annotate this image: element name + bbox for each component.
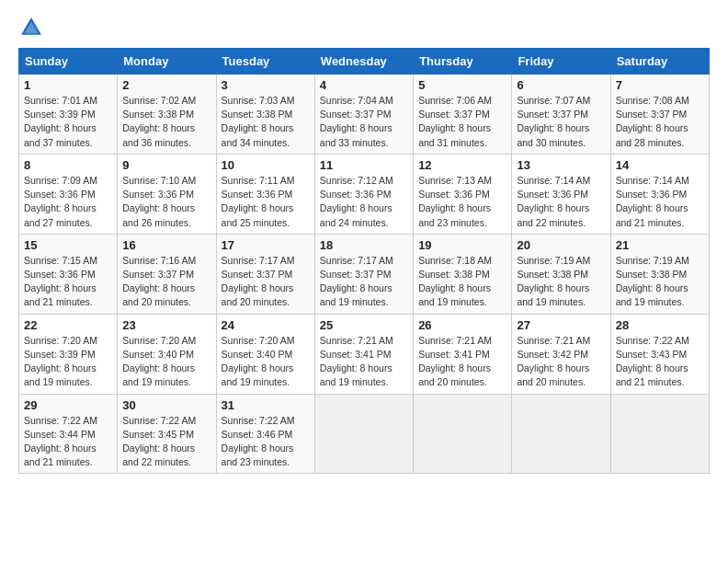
logo: [18, 15, 48, 40]
day-detail: Sunrise: 7:18 AMSunset: 3:38 PMDaylight:…: [418, 254, 506, 310]
day-cell-9: 9Sunrise: 7:10 AMSunset: 3:36 PMDaylight…: [118, 154, 216, 234]
day-detail: Sunrise: 7:20 AMSunset: 3:39 PMDaylight:…: [24, 334, 112, 390]
day-cell-26: 26Sunrise: 7:21 AMSunset: 3:41 PMDayligh…: [414, 314, 512, 394]
day-detail: Sunrise: 7:22 AMSunset: 3:44 PMDaylight:…: [24, 414, 112, 470]
day-detail: Sunrise: 7:01 AMSunset: 3:39 PMDaylight:…: [24, 94, 112, 150]
day-detail: Sunrise: 7:22 AMSunset: 3:45 PMDaylight:…: [122, 414, 210, 470]
day-detail: Sunrise: 7:12 AMSunset: 3:36 PMDaylight:…: [320, 174, 408, 230]
empty-cell: [610, 394, 709, 474]
day-number: 16: [122, 238, 210, 252]
day-number: 6: [517, 78, 605, 92]
day-number: 7: [616, 78, 704, 92]
day-number: 13: [517, 158, 605, 172]
day-number: 10: [222, 158, 310, 172]
day-cell-1: 1Sunrise: 7:01 AMSunset: 3:39 PMDaylight…: [19, 75, 118, 155]
day-detail: Sunrise: 7:11 AMSunset: 3:36 PMDaylight:…: [222, 174, 310, 230]
day-cell-22: 22Sunrise: 7:20 AMSunset: 3:39 PMDayligh…: [19, 314, 118, 394]
day-cell-4: 4Sunrise: 7:04 AMSunset: 3:37 PMDaylight…: [314, 75, 413, 155]
day-number: 1: [24, 78, 112, 92]
day-cell-11: 11Sunrise: 7:12 AMSunset: 3:36 PMDayligh…: [314, 154, 413, 234]
day-cell-24: 24Sunrise: 7:20 AMSunset: 3:40 PMDayligh…: [216, 314, 314, 394]
calendar-table: SundayMondayTuesdayWednesdayThursdayFrid…: [18, 48, 710, 474]
day-cell-21: 21Sunrise: 7:19 AMSunset: 3:38 PMDayligh…: [610, 234, 709, 314]
empty-cell: [512, 394, 610, 474]
empty-cell: [314, 394, 413, 474]
day-number: 5: [418, 78, 506, 92]
day-cell-5: 5Sunrise: 7:06 AMSunset: 3:37 PMDaylight…: [414, 75, 512, 155]
day-detail: Sunrise: 7:10 AMSunset: 3:36 PMDaylight:…: [122, 174, 210, 230]
day-detail: Sunrise: 7:16 AMSunset: 3:37 PMDaylight:…: [122, 254, 210, 310]
day-detail: Sunrise: 7:17 AMSunset: 3:37 PMDaylight:…: [320, 254, 408, 310]
day-cell-6: 6Sunrise: 7:07 AMSunset: 3:37 PMDaylight…: [512, 75, 610, 155]
day-detail: Sunrise: 7:19 AMSunset: 3:38 PMDaylight:…: [517, 254, 605, 310]
day-number: 2: [122, 78, 210, 92]
calendar-week-2: 8Sunrise: 7:09 AMSunset: 3:36 PMDaylight…: [19, 154, 710, 234]
day-cell-18: 18Sunrise: 7:17 AMSunset: 3:37 PMDayligh…: [314, 234, 413, 314]
day-cell-3: 3Sunrise: 7:03 AMSunset: 3:38 PMDaylight…: [216, 75, 314, 155]
day-number: 31: [222, 398, 310, 412]
day-number: 24: [222, 318, 310, 332]
day-number: 4: [320, 78, 408, 92]
day-detail: Sunrise: 7:21 AMSunset: 3:41 PMDaylight:…: [320, 334, 408, 390]
day-cell-13: 13Sunrise: 7:14 AMSunset: 3:36 PMDayligh…: [512, 154, 610, 234]
day-cell-14: 14Sunrise: 7:14 AMSunset: 3:36 PMDayligh…: [610, 154, 709, 234]
day-cell-17: 17Sunrise: 7:17 AMSunset: 3:37 PMDayligh…: [216, 234, 314, 314]
day-number: 26: [418, 318, 506, 332]
day-detail: Sunrise: 7:06 AMSunset: 3:37 PMDaylight:…: [418, 94, 506, 150]
day-number: 9: [122, 158, 210, 172]
day-header-wednesday: Wednesday: [314, 49, 413, 75]
calendar-week-1: 1Sunrise: 7:01 AMSunset: 3:39 PMDaylight…: [19, 75, 710, 155]
day-detail: Sunrise: 7:21 AMSunset: 3:41 PMDaylight:…: [418, 334, 506, 390]
header: [18, 15, 710, 40]
day-number: 20: [517, 238, 605, 252]
day-cell-25: 25Sunrise: 7:21 AMSunset: 3:41 PMDayligh…: [314, 314, 413, 394]
day-number: 17: [222, 238, 310, 252]
day-number: 8: [24, 158, 112, 172]
day-cell-8: 8Sunrise: 7:09 AMSunset: 3:36 PMDaylight…: [19, 154, 118, 234]
day-header-friday: Friday: [512, 49, 610, 75]
day-number: 28: [616, 318, 704, 332]
day-detail: Sunrise: 7:07 AMSunset: 3:37 PMDaylight:…: [517, 94, 605, 150]
day-number: 30: [122, 398, 210, 412]
day-detail: Sunrise: 7:20 AMSunset: 3:40 PMDaylight:…: [122, 334, 210, 390]
day-header-tuesday: Tuesday: [216, 49, 314, 75]
day-number: 11: [320, 158, 408, 172]
day-detail: Sunrise: 7:17 AMSunset: 3:37 PMDaylight:…: [222, 254, 310, 310]
day-cell-15: 15Sunrise: 7:15 AMSunset: 3:36 PMDayligh…: [19, 234, 118, 314]
day-detail: Sunrise: 7:14 AMSunset: 3:36 PMDaylight:…: [517, 174, 605, 230]
day-number: 18: [320, 238, 408, 252]
empty-cell: [414, 394, 512, 474]
calendar-week-3: 15Sunrise: 7:15 AMSunset: 3:36 PMDayligh…: [19, 234, 710, 314]
day-number: 22: [24, 318, 112, 332]
day-detail: Sunrise: 7:19 AMSunset: 3:38 PMDaylight:…: [616, 254, 704, 310]
day-cell-7: 7Sunrise: 7:08 AMSunset: 3:37 PMDaylight…: [610, 75, 709, 155]
day-cell-28: 28Sunrise: 7:22 AMSunset: 3:43 PMDayligh…: [610, 314, 709, 394]
day-number: 3: [222, 78, 310, 92]
day-number: 14: [616, 158, 704, 172]
day-detail: Sunrise: 7:02 AMSunset: 3:38 PMDaylight:…: [122, 94, 210, 150]
day-cell-20: 20Sunrise: 7:19 AMSunset: 3:38 PMDayligh…: [512, 234, 610, 314]
day-header-thursday: Thursday: [414, 49, 512, 75]
day-number: 15: [24, 238, 112, 252]
day-number: 25: [320, 318, 408, 332]
day-cell-30: 30Sunrise: 7:22 AMSunset: 3:45 PMDayligh…: [118, 394, 216, 474]
day-number: 19: [418, 238, 506, 252]
day-number: 21: [616, 238, 704, 252]
day-detail: Sunrise: 7:03 AMSunset: 3:38 PMDaylight:…: [222, 94, 310, 150]
day-cell-12: 12Sunrise: 7:13 AMSunset: 3:36 PMDayligh…: [414, 154, 512, 234]
calendar-week-5: 29Sunrise: 7:22 AMSunset: 3:44 PMDayligh…: [19, 394, 710, 474]
day-cell-16: 16Sunrise: 7:16 AMSunset: 3:37 PMDayligh…: [118, 234, 216, 314]
day-cell-23: 23Sunrise: 7:20 AMSunset: 3:40 PMDayligh…: [118, 314, 216, 394]
day-cell-31: 31Sunrise: 7:22 AMSunset: 3:46 PMDayligh…: [216, 394, 314, 474]
day-detail: Sunrise: 7:21 AMSunset: 3:42 PMDaylight:…: [517, 334, 605, 390]
day-cell-29: 29Sunrise: 7:22 AMSunset: 3:44 PMDayligh…: [19, 394, 118, 474]
day-number: 27: [517, 318, 605, 332]
day-number: 12: [418, 158, 506, 172]
day-detail: Sunrise: 7:13 AMSunset: 3:36 PMDaylight:…: [418, 174, 506, 230]
day-number: 23: [122, 318, 210, 332]
day-number: 29: [24, 398, 112, 412]
day-detail: Sunrise: 7:14 AMSunset: 3:36 PMDaylight:…: [616, 174, 704, 230]
day-cell-2: 2Sunrise: 7:02 AMSunset: 3:38 PMDaylight…: [118, 75, 216, 155]
logo-icon: [18, 15, 44, 40]
day-cell-19: 19Sunrise: 7:18 AMSunset: 3:38 PMDayligh…: [414, 234, 512, 314]
